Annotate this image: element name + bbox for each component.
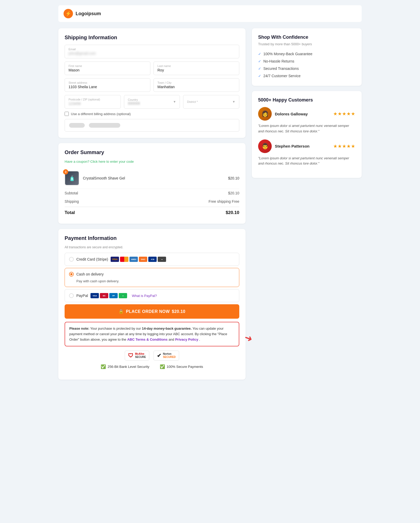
tick-icon-3: ✓ [258, 66, 261, 71]
confidence-label-4: 24/7 Customer Service [263, 74, 300, 78]
place-order-button[interactable]: 🔒 PLACE ORDER NOW $20.10 [65, 304, 239, 319]
confidence-subtitle: Trusted by more than 5000+ buyers [258, 42, 355, 46]
shipping-title: Shipping Information [65, 35, 239, 41]
payment-option-credit-card[interactable]: Credit Card (Stripe) VISA AMEX DISC JCB … [65, 253, 239, 266]
visa-icon: VISA [111, 257, 119, 262]
confidence-item-2: ✓ No-Hassle Returns [258, 58, 355, 65]
payment-option-cash[interactable]: Cash on delivery Pay with cash upon deli… [65, 268, 239, 287]
first-name-field[interactable]: First name Mason [65, 61, 150, 75]
cash-radio-dot [70, 273, 72, 275]
norton-secured-text: SECURED [163, 356, 176, 359]
product-name: CrystalSmooth Shave Gel [83, 176, 224, 180]
place-order-label: PLACE ORDER NOW [126, 309, 170, 314]
district-chevron-icon: ▼ [232, 100, 235, 104]
tick-icon-2: ✓ [258, 59, 261, 63]
country-chevron-icon: ▼ [173, 100, 176, 104]
credit-card-label: Credit Card (Stripe) [76, 257, 108, 261]
billing-checkbox-label: Use a different billing address (optiona… [71, 112, 131, 116]
mcafee-shield-icon: 🛡 [128, 353, 133, 359]
subtotal-row: Subtotal $20.10 [65, 189, 239, 197]
notice-text3: and [168, 338, 175, 341]
reviews-card: 5000+ Happy Customers 👩 Dolores Galloway… [252, 91, 362, 178]
privacy-link[interactable]: Privacy Policy [175, 338, 198, 341]
first-name-label: First name [69, 64, 146, 68]
card-blur-1 [69, 123, 85, 128]
email-label: Email [69, 48, 235, 51]
confidence-card: Shop With Confidence Trusted by more tha… [252, 28, 362, 86]
reviewer-text-1: "Lorem ipsum dolor si amet parturient nu… [258, 123, 355, 134]
city-value: Manhattan [157, 85, 175, 89]
city-field[interactable]: Town / City Manhattan [154, 78, 239, 92]
place-order-amount: $20.10 [172, 309, 185, 314]
what-is-paypal-link[interactable]: What is PayPal? [132, 294, 157, 298]
postcode-label: Postcode / ZIP (optional) [69, 98, 117, 101]
order-summary-title: Order Summary [65, 149, 239, 155]
paypal-label: PayPal [76, 294, 88, 298]
reviewer-name-2: Stephen Patterson [275, 144, 310, 148]
security-features: ✅ 256-Bit Bank Level Security ✅ 100% Sec… [101, 364, 203, 369]
security-badges: 🛡 McAfee SECURE ✔ Norton SECURED [65, 346, 239, 373]
country-select[interactable]: Country XXXXX ▼ [124, 95, 180, 109]
shipping-section: Shipping Information Email john@gmail.co… [58, 28, 246, 138]
confidence-title: Shop With Confidence [258, 35, 355, 40]
shipping-row: Shipping Free shipping Free [65, 197, 239, 206]
reviewer-name-1: Dolores Galloway [275, 112, 308, 116]
mcafee-text: McAfee [135, 352, 146, 356]
confidence-label-1: 100% Money-Back Guarantee [263, 52, 313, 56]
email-value: john@gmail.com [69, 51, 96, 55]
red-arrow-icon: ➜ [243, 332, 254, 345]
notice-text: Your purchase is protected by our [90, 327, 142, 330]
payment-title: Payment Information [65, 235, 239, 241]
email-field[interactable]: Email john@gmail.com [65, 45, 239, 58]
badge-row: 🛡 McAfee SECURE ✔ Norton SECURED [125, 351, 179, 361]
product-image-wrap: 🧴 3 [65, 171, 79, 185]
billing-checkbox-row[interactable]: Use a different billing address (optiona… [65, 112, 239, 116]
security-label-1: 256-Bit Bank Level Security [107, 365, 149, 369]
lightning-icon: ⚡ [65, 11, 71, 16]
order-summary-section: Order Summary Have a coupon? Click here … [58, 143, 246, 224]
terms-link[interactable]: ABC Terms & Conditions [127, 338, 167, 341]
coupon-link[interactable]: Have a coupon? Click here to enter your … [65, 160, 239, 164]
confidence-label-3: Secured Transactions [263, 66, 299, 71]
district-select[interactable]: District * ▼ [183, 95, 239, 109]
total-value: $20.10 [226, 210, 239, 215]
notice-guarantee: 14-day money-back guarantee. [142, 327, 192, 330]
cash-radio[interactable] [69, 272, 74, 277]
confidence-item-1: ✓ 100% Money-Back Guarantee [258, 50, 355, 58]
reviewer-avatar-1: 👩 [258, 107, 272, 121]
norton-badge: ✔ Norton SECURED [154, 351, 179, 361]
postcode-field[interactable]: Postcode / ZIP (optional) 123456 [65, 95, 121, 109]
credit-card-radio[interactable] [69, 257, 74, 262]
paypal-radio[interactable] [69, 293, 74, 298]
paypal-mc-icon: MC [100, 293, 108, 298]
billing-checkbox[interactable] [65, 112, 69, 116]
norton-text: Norton [163, 352, 176, 356]
total-label: Total [65, 210, 75, 215]
first-name-value: Mason [69, 68, 80, 72]
city-label: Town / City [157, 81, 235, 84]
payment-option-paypal[interactable]: PayPal VISA MC PP •• What is PayPal? [65, 289, 239, 302]
lock-icon: 🔒 [118, 309, 124, 314]
security-check-icon-1: ✅ [101, 364, 106, 369]
logo-text: Logoipsum [76, 11, 101, 16]
notice-text4: . [199, 338, 200, 341]
cash-label: Cash on delivery [76, 272, 104, 276]
product-quantity-badge: 3 [63, 169, 68, 175]
other-card-icon: •• [158, 257, 166, 262]
last-name-field[interactable]: Last name Roy [154, 61, 239, 75]
confidence-label-2: No-Hassle Returns [263, 59, 294, 63]
reviewer-stars-2: ★★★★★ [333, 143, 355, 149]
logo-icon: ⚡ [64, 9, 73, 18]
confidence-item-3: ✓ Secured Transactions [258, 65, 355, 72]
security-label-2: 100% Secure Payments [167, 365, 203, 369]
paypal-visa-icon: VISA [90, 293, 99, 298]
reviewer-stars-1: ★★★★★ [333, 111, 355, 117]
review-item-1: 👩 Dolores Galloway ★★★★★ "Lorem ipsum do… [258, 107, 355, 134]
confidence-item-4: ✓ 24/7 Customer Service [258, 72, 355, 80]
discover-icon: DISC [139, 257, 147, 262]
street-address-field[interactable]: Street address 1103 Sheila Lane [65, 78, 150, 92]
shipping-value: Free shipping Free [208, 199, 239, 204]
subtotal-value: $20.10 [228, 191, 239, 195]
jcb-icon: JCB [148, 257, 157, 262]
review-item-2: 👨 Stephen Patterson ★★★★★ "Lorem ipsum d… [258, 139, 355, 167]
